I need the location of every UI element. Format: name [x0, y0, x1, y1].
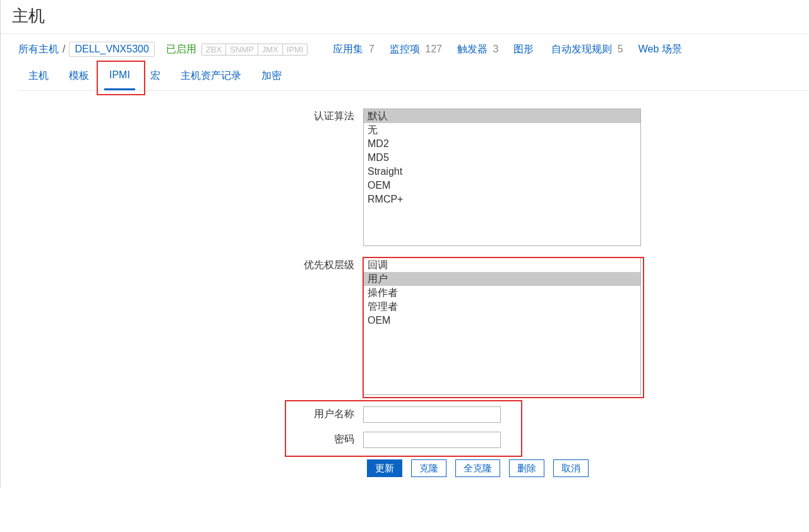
listbox-option[interactable]: 用户 [364, 272, 640, 286]
label-auth: 认证算法 [1, 109, 363, 123]
tab-ipmi[interactable]: IPMI [99, 63, 140, 90]
interface-group: ZBX SNMP JMX IPMI [201, 44, 308, 56]
password-input[interactable] [363, 432, 501, 448]
listbox-option[interactable]: OEM [364, 179, 640, 192]
tab-inventory[interactable]: 主机资产记录 [171, 63, 251, 90]
listbox-option[interactable]: OEM [364, 314, 640, 328]
privilege-level-listbox[interactable]: 回调用户操作者管理者OEM [363, 257, 641, 395]
button-row: 更新 克隆 全克隆 删除 取消 [1, 459, 809, 477]
nav-count: 3 [493, 44, 498, 54]
update-button[interactable]: 更新 [367, 459, 402, 477]
ipmi-form: 认证算法 默认无MD2MD5StraightOEMRMCP+ 优先权层级 回调用… [1, 91, 809, 487]
listbox-option[interactable]: MD2 [364, 137, 640, 151]
listbox-option[interactable]: Straight [364, 165, 640, 179]
page-title: 主机 [12, 5, 809, 27]
breadcrumb-separator: / [63, 44, 65, 55]
subheader: 所有主机 / DELL_VNX5300 已启用 ZBX SNMP JMX IPM… [1, 34, 809, 63]
label-priv: 优先权层级 [1, 257, 363, 272]
nav-items[interactable]: 监控项 127 [390, 43, 442, 56]
listbox-option[interactable]: 默认 [364, 109, 640, 123]
label-password: 密码 [1, 432, 363, 446]
nav-count: 127 [425, 44, 442, 54]
nav-discovery[interactable]: 自动发现规则 5 [551, 43, 623, 56]
nav-web[interactable]: Web 场景 [638, 43, 685, 56]
iface-jmx: JMX [258, 44, 283, 55]
nav-label: 自动发现规则 [551, 44, 612, 54]
nav-count: 5 [618, 44, 623, 54]
nav-count: 7 [369, 44, 375, 54]
listbox-option[interactable]: 操作者 [364, 286, 640, 300]
listbox-option[interactable]: RMCP+ [364, 192, 640, 206]
auth-algorithm-listbox[interactable]: 默认无MD2MD5StraightOEMRMCP+ [363, 109, 641, 246]
listbox-option[interactable]: MD5 [364, 151, 640, 165]
iface-ipmi: IPMI [283, 44, 308, 55]
breadcrumb-all-hosts[interactable]: 所有主机 [18, 43, 59, 56]
label-username: 用户名称 [1, 406, 363, 421]
listbox-option[interactable]: 无 [364, 123, 640, 137]
tab-encryption[interactable]: 加密 [251, 63, 292, 90]
nav-group: 应用集 7 监控项 127 触发器 3 图形 自动发现规则 5 [333, 43, 684, 56]
tab-macros[interactable]: 宏 [140, 63, 171, 90]
tab-template[interactable]: 模板 [59, 63, 99, 90]
nav-triggers[interactable]: 触发器 3 [457, 43, 498, 56]
breadcrumb-host[interactable]: DELL_VNX5300 [69, 42, 154, 57]
tabs: 主机 模板 IPMI 宏 主机资产记录 加密 [18, 63, 809, 91]
listbox-option[interactable]: 回调 [364, 258, 640, 272]
cancel-button[interactable]: 取消 [553, 459, 589, 477]
row-password: 密码 [1, 432, 809, 448]
status-enabled: 已启用 [166, 43, 196, 56]
nav-label: 图形 [513, 44, 534, 54]
row-priv: 优先权层级 回调用户操作者管理者OEM [1, 257, 809, 395]
iface-snmp: SNMP [226, 44, 258, 55]
tab-host[interactable]: 主机 [18, 63, 59, 90]
nav-label: 应用集 [333, 44, 363, 54]
username-input[interactable] [363, 406, 501, 423]
row-username: 用户名称 [1, 406, 809, 423]
nav-label: Web 场景 [638, 44, 682, 54]
nav-label: 监控项 [390, 44, 420, 54]
listbox-option[interactable]: 管理者 [364, 300, 640, 314]
delete-button[interactable]: 删除 [509, 459, 544, 477]
full-clone-button[interactable]: 全克隆 [455, 459, 500, 477]
nav-graphs[interactable]: 图形 [513, 43, 536, 56]
iface-zbx: ZBX [202, 44, 226, 55]
nav-label: 触发器 [457, 44, 488, 54]
nav-applications[interactable]: 应用集 7 [333, 43, 374, 56]
clone-button[interactable]: 克隆 [411, 459, 446, 477]
row-auth: 认证算法 默认无MD2MD5StraightOEMRMCP+ [1, 109, 809, 246]
